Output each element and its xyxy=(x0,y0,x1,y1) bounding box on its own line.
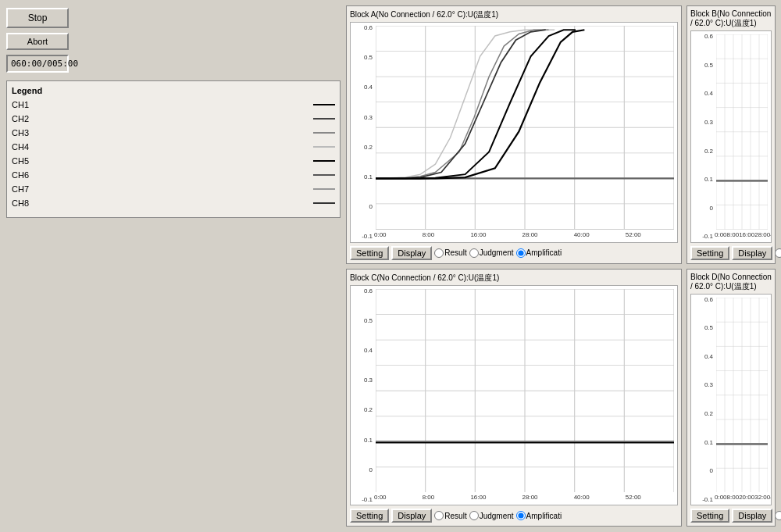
block-d-panel: Block D(No Connection / 62.0° C):U(温度1) … xyxy=(686,269,776,527)
block-d-display-btn[interactable]: Display xyxy=(732,509,772,523)
block-d-chart-inner xyxy=(716,298,768,493)
legend-ch5-line xyxy=(313,160,335,162)
block-d-y-labels: 0.6 0.5 0.4 0.3 0.2 0.1 0 -0.1 xyxy=(691,295,715,505)
block-a-display-btn[interactable]: Display xyxy=(391,246,432,260)
block-b-x-labels: 0:00 8:00 16:00 28:00 40:00 52:00 xyxy=(715,231,771,242)
block-b-y-labels: 0.6 0.5 0.4 0.3 0.2 0.1 0 -0.1 xyxy=(691,31,715,242)
block-a-svg xyxy=(376,26,674,230)
block-c-title: Block C(No Connection / 62.0° C):U(温度1) xyxy=(350,273,678,284)
main-container: Block A(No Connection / 62.0° C):U(温度1) … xyxy=(0,0,781,532)
block-a-setting-btn[interactable]: Setting xyxy=(350,246,389,260)
block-b-chart: 0.6 0.5 0.4 0.3 0.2 0.1 0 -0.1 xyxy=(690,30,772,243)
legend-ch3-line xyxy=(313,132,335,134)
block-a-chart: 0.6 0.5 0.4 0.3 0.2 0.1 0 -0.1 xyxy=(350,22,678,243)
block-d-title: Block D(No Connection / 62.0° C):U(温度1) xyxy=(690,273,772,292)
block-a-y-labels: 0.6 0.5 0.4 0.3 0.2 0.1 0 -0.1 xyxy=(351,23,374,242)
stop-button[interactable]: Stop xyxy=(6,8,69,28)
block-b-panel: Block B(No Connection / 62.0° C):U(温度1) … xyxy=(686,5,776,264)
block-d-result-radio[interactable]: Result xyxy=(775,511,781,520)
timer-display: 060:00/005:00 xyxy=(6,55,69,73)
legend-ch8-label: CH8 xyxy=(12,198,29,208)
legend-ch4: CH4 xyxy=(12,142,335,152)
block-c-display-btn[interactable]: Display xyxy=(391,509,432,523)
block-a-panel: Block A(No Connection / 62.0° C):U(温度1) … xyxy=(346,5,682,264)
legend-ch7-label: CH7 xyxy=(12,184,29,194)
block-b-setting-btn[interactable]: Setting xyxy=(690,246,729,260)
abort-button[interactable]: Abort xyxy=(6,33,69,50)
block-a-result-radio[interactable]: Result xyxy=(434,248,466,258)
block-c-chart: 0.6 0.5 0.4 0.3 0.2 0.1 0 -0.1 xyxy=(350,285,678,506)
legend-ch5: CH5 xyxy=(12,156,335,166)
block-b-result-radio[interactable]: Result xyxy=(775,248,781,258)
legend-ch6-label: CH6 xyxy=(12,170,29,180)
block-b-svg xyxy=(716,34,768,230)
legend-ch6: CH6 xyxy=(12,170,335,180)
legend-ch7: CH7 xyxy=(12,184,335,194)
legend-ch1: CH1 xyxy=(12,100,335,109)
legend-ch6-line xyxy=(313,174,335,176)
side-panel: Stop Abort 060:00/005:00 Legend CH1 CH2 … xyxy=(3,3,344,529)
legend-ch1-label: CH1 xyxy=(12,100,29,109)
legend-ch8: CH8 xyxy=(12,198,335,208)
legend-ch5-label: CH5 xyxy=(12,156,29,166)
block-b-controls: Setting Display Result Judgment Amplific… xyxy=(690,246,772,260)
block-c-amplificati-radio[interactable]: Amplificati xyxy=(516,511,562,520)
block-b-title: Block B(No Connection / 62.0° C):U(温度1) xyxy=(690,9,772,29)
block-b-display-btn[interactable]: Display xyxy=(732,246,772,260)
block-c-svg xyxy=(376,289,674,493)
block-c-x-labels: 0:00 8:00 16:00 28:00 40:00 52:00 xyxy=(374,494,677,505)
legend-ch2-line xyxy=(313,118,335,120)
legend-ch3-label: CH3 xyxy=(12,128,29,137)
legend-ch4-label: CH4 xyxy=(12,142,29,152)
block-b-chart-inner xyxy=(716,34,768,230)
legend-ch1-line xyxy=(313,104,335,105)
block-a-chart-inner xyxy=(376,26,674,230)
block-a-controls: Setting Display Result Judgment Amplific… xyxy=(350,246,678,260)
legend-ch7-line xyxy=(313,188,335,190)
block-d-controls: Setting Display Result Judgment Amplific… xyxy=(690,509,772,523)
legend-ch4-line xyxy=(313,146,335,148)
block-c-y-labels: 0.6 0.5 0.4 0.3 0.2 0.1 0 -0.1 xyxy=(351,286,374,505)
block-d-x-labels: 0:00 8:00 20:00 32:00 44:00 56:00 xyxy=(715,494,771,505)
block-d-chart: 0.6 0.5 0.4 0.3 0.2 0.1 0 -0.1 xyxy=(690,294,772,506)
legend-panel: Legend CH1 CH2 CH3 CH4 CH5 CH6 xyxy=(6,80,341,218)
block-c-judgment-radio[interactable]: Judgment xyxy=(469,511,514,520)
block-d-setting-btn[interactable]: Setting xyxy=(690,509,729,523)
legend-ch8-line xyxy=(313,202,335,204)
block-a-x-labels: 0:00 8:00 16:00 28:00 40:00 52:00 xyxy=(374,231,677,242)
legend-ch2: CH2 xyxy=(12,114,335,123)
block-c-result-radio[interactable]: Result xyxy=(434,511,466,520)
block-d-svg xyxy=(716,298,768,493)
legend-title: Legend xyxy=(12,86,335,95)
block-a-title: Block A(No Connection / 62.0° C):U(温度1) xyxy=(350,9,678,20)
legend-ch3: CH3 xyxy=(12,128,335,137)
block-c-panel: Block C(No Connection / 62.0° C):U(温度1) … xyxy=(346,269,682,527)
legend-ch2-label: CH2 xyxy=(12,114,29,123)
block-c-setting-btn[interactable]: Setting xyxy=(350,509,389,523)
block-c-chart-inner xyxy=(376,289,674,493)
block-c-controls: Setting Display Result Judgment Amplific… xyxy=(350,509,678,523)
block-a-judgment-radio[interactable]: Judgment xyxy=(469,248,514,258)
block-a-amplificati-radio[interactable]: Amplificati xyxy=(516,248,562,258)
